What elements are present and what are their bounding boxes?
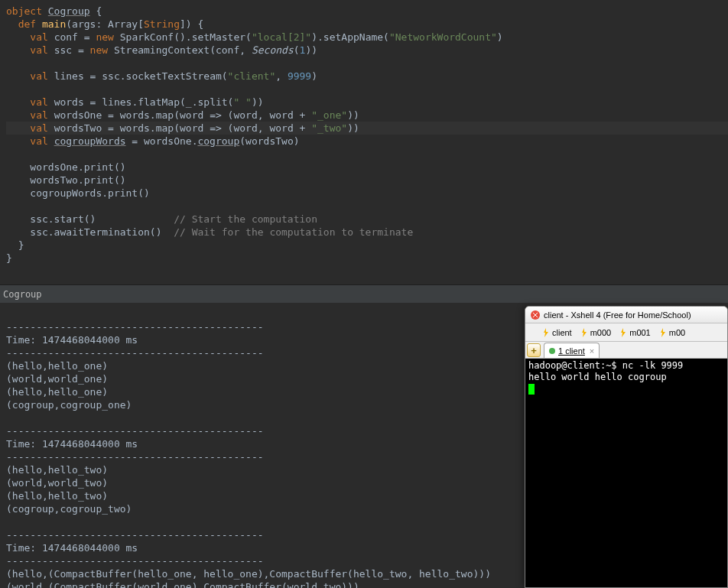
- code-line: wordsTwo.print(): [6, 174, 728, 187]
- code-line: val words = lines.flatMap(_.split(" ")): [6, 96, 728, 109]
- toolbar-session-m001[interactable]: m001: [616, 327, 653, 338]
- terminal-line: hello world hello cogroup: [528, 372, 724, 383]
- code-line: val ssc = new StreamingContext(conf, Sec…: [6, 44, 728, 57]
- xshell-app-icon: [530, 310, 541, 320]
- code-line: val wordsTwo = words.map(word => (word, …: [6, 122, 728, 135]
- code-editor[interactable]: object Cogroup { def main(args: Array[St…: [0, 0, 728, 284]
- toolbar-session-m000[interactable]: m000: [577, 327, 614, 338]
- code-line: ssc.start() // Start the computation: [6, 213, 728, 226]
- close-icon[interactable]: ×: [590, 346, 594, 356]
- status-dot-icon: [549, 348, 555, 354]
- toolbar-session-m00[interactable]: m00: [656, 327, 687, 338]
- toolbar-session-client[interactable]: client: [539, 327, 574, 338]
- code-line: ssc.awaitTermination() // Wait for the c…: [6, 226, 728, 239]
- code-line: val lines = ssc.socketTextStream("client…: [6, 70, 728, 83]
- terminal-line: hadoop@client:~$ nc -lk 9999: [528, 360, 724, 372]
- code-line: [6, 200, 728, 213]
- bolt-icon: [541, 328, 551, 337]
- code-line: wordsOne.print(): [6, 161, 728, 174]
- bolt-icon: [658, 328, 668, 337]
- code-line: [6, 83, 728, 96]
- code-line: val cogroupWords = wordsOne.cogroup(word…: [6, 135, 728, 148]
- xshell-titlebar[interactable]: client - Xshell 4 (Free for Home/School): [525, 307, 727, 323]
- code-line: object Cogroup {: [6, 5, 728, 18]
- tab-label: 1 client: [558, 346, 585, 356]
- bolt-icon: [580, 328, 589, 337]
- code-line: val wordsOne = words.map(word => (word, …: [6, 109, 728, 122]
- breadcrumb-bar: Cogroup: [0, 284, 728, 303]
- code-line: }: [6, 252, 728, 265]
- code-line: val conf = new SparkConf().setMaster("lo…: [6, 31, 728, 44]
- xshell-tab-client[interactable]: 1 client ×: [544, 343, 600, 358]
- code-line: def main(args: Array[String]) {: [6, 18, 728, 31]
- xshell-terminal[interactable]: hadoop@client:~$ nc -lk 9999 hello world…: [525, 359, 727, 587]
- code-line: }: [6, 239, 728, 252]
- breadcrumb-item[interactable]: Cogroup: [3, 289, 42, 300]
- xshell-title: client - Xshell 4 (Free for Home/School): [544, 310, 691, 320]
- xshell-toolbar: client m000 m001 m00: [525, 323, 727, 342]
- xshell-tab-bar: + 1 client ×: [525, 342, 727, 359]
- xshell-window[interactable]: client - Xshell 4 (Free for Home/School)…: [525, 306, 728, 588]
- cursor-icon: [528, 384, 535, 395]
- code-line: cogroupWords.print(): [6, 187, 728, 200]
- code-line: [6, 57, 728, 70]
- code-line: [6, 148, 728, 161]
- bolt-icon: [619, 328, 628, 337]
- terminal-cursor-line: [528, 383, 724, 395]
- add-tab-button[interactable]: +: [527, 343, 541, 357]
